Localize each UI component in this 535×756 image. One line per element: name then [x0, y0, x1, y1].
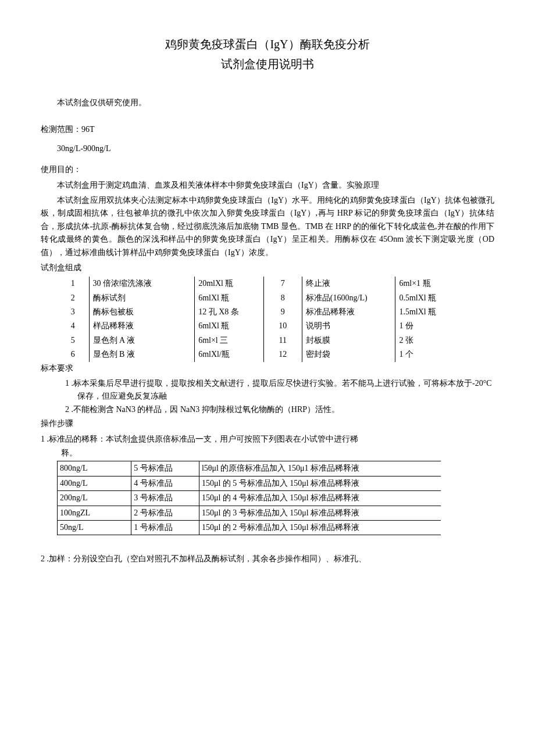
- composition-table: 130 倍浓缩洗涤液20mlXl 瓶7终止液6ml×1 瓶2酶标试剂6mlXl …: [57, 277, 464, 361]
- table-cell: 显色剂 A 液: [89, 334, 195, 347]
- table-cell: 标准品稀释液: [302, 305, 395, 319]
- table-cell: 2 张: [395, 334, 464, 347]
- table-cell: 150μl 的 5 号标准品加入 150μl 标准品稀释液: [199, 476, 441, 490]
- table-cell: 4 号标准品: [131, 476, 199, 490]
- step-2: 2 .加样：分别设空白孔（空白对照孔不加样品及酶标试剂，其余各步操作相同）、标准…: [41, 553, 494, 565]
- table-cell: 终止液: [302, 277, 395, 291]
- detect-range-label: 检测范围：96T: [41, 123, 494, 136]
- table-cell: 200ng/L: [58, 491, 131, 506]
- table-cell: 6mlXl/瓶: [195, 347, 264, 361]
- table-cell: 说明书: [302, 319, 395, 333]
- table-cell: 3 号标准品: [131, 491, 199, 506]
- table-row: 5显色剂 A 液6ml×l 三11封板膜2 张: [57, 334, 464, 347]
- table-cell: 11: [263, 334, 302, 347]
- purpose-body: 本试剂盒用于测定鸡血清、血浆及相关液体样本中卵黄免疫球蛋白（IgY）含量。实验原…: [41, 179, 494, 192]
- specimen-requirements: 1 .标本采集后尽早进行提取，提取按相关文献进行，提取后应尽快进行实验。若不能马…: [65, 377, 494, 416]
- detect-range-value: 30ng/L-900ng/L: [57, 142, 494, 155]
- operations-label: 操作步骤: [41, 417, 494, 430]
- table-cell: 5: [57, 334, 89, 347]
- step-1-line-a: 1 .标准品的稀释：本试剂盒提供原倍标准品一支，用户可按照下列图表在小试管中进行…: [41, 433, 494, 446]
- composition-label: 试剂盒组成: [41, 261, 494, 274]
- table-cell: 样品稀释液: [89, 319, 195, 333]
- table-cell: 12 孔 X8 条: [195, 305, 264, 319]
- doc-title-line2: 试剂盒使用说明书: [41, 55, 494, 73]
- table-cell: 密封袋: [302, 347, 395, 361]
- step-1-line-b: 释。: [61, 447, 494, 460]
- table-cell: 150μl 的 3 号标准品加入 150μl 标准品稀释液: [199, 506, 441, 520]
- table-cell: 30 倍浓缩洗涤液: [89, 277, 195, 291]
- table-cell: 7: [263, 277, 302, 291]
- table-cell: 1 份: [395, 319, 464, 333]
- table-row: 4样品稀释液6mlXl 瓶10说明书1 份: [57, 319, 464, 333]
- table-cell: 6mlXl 瓶: [195, 291, 264, 305]
- table-cell: 0.5mlXl 瓶: [395, 291, 464, 305]
- table-row: 50ng/L1 号标准品150μl 的 2 号标准品加入 150μl 标准品稀释…: [58, 520, 441, 535]
- table-row: 6显色剂 B 液6mlXl/瓶12密封袋1 个: [57, 347, 464, 361]
- table-row: 800ng/L5 号标准品l5θμl 的原倍标准品加入 150μ1 标准品稀释液: [58, 461, 441, 476]
- research-only-note: 本试剂盒仅供研究使用。: [41, 96, 494, 109]
- table-cell: 50ng/L: [58, 520, 131, 535]
- list-item: 2 .不能检测含 NaN3 的样品，因 NaN3 抑制辣根过氧化物酶的（HRP）…: [65, 403, 494, 416]
- table-cell: 9: [263, 305, 302, 319]
- table-row: 130 倍浓缩洗涤液20mlXl 瓶7终止液6ml×1 瓶: [57, 277, 464, 291]
- doc-title-line1: 鸡卵黄免疫球蛋白（IgY）酶联免疫分析: [41, 35, 494, 53]
- table-cell: 2 号标准品: [131, 506, 199, 520]
- table-cell: 4: [57, 319, 89, 333]
- table-row: 3酶标包被板12 孔 X8 条9标准品稀释液1.5mlXl 瓶: [57, 305, 464, 319]
- table-cell: 封板膜: [302, 334, 395, 347]
- table-cell: 100ngZL: [58, 506, 131, 520]
- table-cell: 400ng/L: [58, 476, 131, 490]
- table-cell: 800ng/L: [58, 461, 131, 476]
- table-cell: 1 个: [395, 347, 464, 361]
- table-cell: 8: [263, 291, 302, 305]
- table-cell: 5 号标准品: [131, 461, 199, 476]
- table-cell: 1: [57, 277, 89, 291]
- list-item: 1 .标本采集后尽早进行提取，提取按相关文献进行，提取后应尽快进行实验。若不能马…: [65, 377, 494, 403]
- table-cell: 10: [263, 319, 302, 333]
- table-cell: 显色剂 B 液: [89, 347, 195, 361]
- dilution-table: 800ng/L5 号标准品l5θμl 的原倍标准品加入 150μ1 标准品稀释液…: [57, 461, 441, 535]
- table-cell: 6ml×1 瓶: [395, 277, 464, 291]
- table-row: 2酶标试剂6mlXl 瓶8标准品(1600ng/L)0.5mlXl 瓶: [57, 291, 464, 305]
- table-cell: 3: [57, 305, 89, 319]
- table-cell: 1 号标准品: [131, 520, 199, 535]
- table-cell: 酶标包被板: [89, 305, 195, 319]
- table-cell: 150μl 的 4 号标准品加入 150μl 标准品稀释液: [199, 491, 441, 506]
- table-cell: 20mlXl 瓶: [195, 277, 264, 291]
- table-cell: 6: [57, 347, 89, 361]
- table-cell: 1.5mlXl 瓶: [395, 305, 464, 319]
- table-cell: 6ml×l 三: [195, 334, 264, 347]
- table-cell: 6mlXl 瓶: [195, 319, 264, 333]
- table-cell: 2: [57, 291, 89, 305]
- principle-body: 本试剂盒应用双抗体夹心法测定标本中鸡卵黄免疫球蛋白（IgY）水平。用纯化的鸡卵黄…: [41, 194, 494, 259]
- table-cell: l5θμl 的原倍标准品加入 150μ1 标准品稀释液: [199, 461, 441, 476]
- specimen-label: 标本要求: [41, 362, 494, 375]
- table-cell: 标准品(1600ng/L): [302, 291, 395, 305]
- table-cell: 150μl 的 2 号标准品加入 150μl 标准品稀释液: [199, 520, 441, 535]
- table-row: 400ng/L4 号标准品150μl 的 5 号标准品加入 150μl 标准品稀…: [58, 476, 441, 490]
- purpose-label: 使用目的：: [41, 163, 494, 176]
- table-row: 100ngZL2 号标准品150μl 的 3 号标准品加入 150μl 标准品稀…: [58, 506, 441, 520]
- table-row: 200ng/L3 号标准品150μl 的 4 号标准品加入 150μl 标准品稀…: [58, 491, 441, 506]
- table-cell: 酶标试剂: [89, 291, 195, 305]
- table-cell: 12: [263, 347, 302, 361]
